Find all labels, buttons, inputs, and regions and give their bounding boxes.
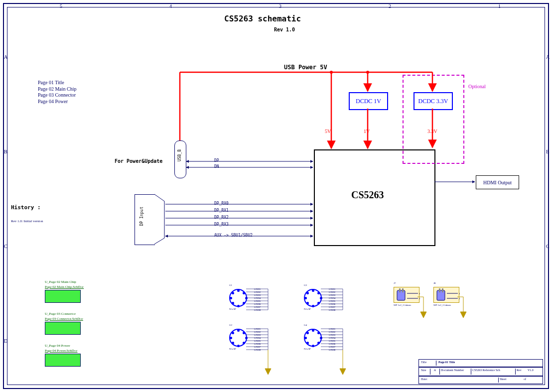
usb-power-label: USB Power 5V [284, 64, 327, 71]
hier-block [45, 290, 81, 303]
hdmi-output-block: HDMI Output [476, 175, 519, 189]
dcdc-1v-block: DCDC 1V [349, 92, 388, 110]
pin-names: GND1GND2GND3GND4GND5GND6GND7GND8 [329, 288, 335, 312]
hole-icon [229, 289, 247, 307]
page-list-item: Page 02 Main Chip [38, 86, 77, 93]
svg-text:1: 1 [419, 292, 420, 295]
ref: G1 [229, 284, 232, 287]
hole-icon [229, 329, 247, 347]
zone-col: 3 [279, 4, 281, 9]
svg-rect-57 [397, 290, 405, 300]
svg-text:2: 2 [419, 297, 420, 300]
zone-row: B [546, 149, 550, 154]
history-heading: History : [11, 204, 41, 211]
zone-row: D [4, 339, 7, 344]
zone-col: 5 [60, 4, 62, 9]
history-entry: Rev 1.0: Initial version [11, 219, 43, 224]
svg-rect-67 [437, 290, 445, 300]
pin-names: GND1GND2GND3GND4GND5GND6GND7GND8 [329, 328, 335, 352]
hier-ref: U_Page 02 Main Chip [45, 280, 76, 284]
usb-b-label: USB_B [177, 149, 182, 161]
jumper: 12 [433, 287, 459, 303]
value: NA/3P [229, 348, 236, 351]
hier-file: Page 03 Connector.SchDoc [45, 317, 83, 321]
jumper: 12 [394, 287, 419, 303]
jumper-fp: SIP 1x2_2.54mm [433, 304, 451, 307]
schematic-rev: Rev 1.0 [274, 27, 295, 32]
tb-title: Page 01 Title [436, 361, 541, 366]
chip-label: CS5263 [351, 189, 384, 201]
tb-title-label: Title [421, 361, 436, 366]
sig-dprx3: DP_RX3 [214, 222, 229, 227]
ref: G3 [304, 284, 307, 287]
jumper-icon: 12 [396, 288, 421, 303]
jumper-icon: 12 [436, 288, 461, 303]
svg-text:2: 2 [459, 297, 460, 300]
svg-text:1: 1 [459, 292, 460, 295]
page-list-item: Page 04 Power [38, 99, 77, 105]
zone-col: 2 [389, 4, 391, 9]
dp-input-connector [135, 194, 155, 245]
for-power-update: For Power&Update [115, 158, 162, 165]
tb-date-label: Date: [421, 378, 435, 383]
tb-of: of [524, 378, 531, 383]
tb-docnum: CS5263 Reference Sch [471, 369, 515, 375]
hole-icon [304, 329, 322, 347]
svg-rect-69 [442, 288, 443, 292]
svg-rect-58 [399, 288, 401, 292]
label-33v: 3.3V [427, 129, 437, 135]
sig-dn: DN [214, 164, 219, 169]
tb-rev: V1.0 [527, 369, 541, 375]
value: NA/3P [304, 348, 311, 351]
schematic-sheet: 5 4 3 2 1 A B C D A B C CS5263 schematic… [0, 0, 552, 392]
sig-dprx2: DP_RX2 [214, 215, 229, 220]
ref: G2 [229, 324, 232, 327]
hier-block [45, 322, 81, 335]
page-list-item: Page 01 Title [38, 80, 77, 86]
hier-file: Page 04 Power.SchDoc [45, 349, 78, 353]
value: NA/3P [304, 308, 311, 311]
sig-dprx0: DP_RX0 [214, 201, 229, 206]
sig-dprx1: DP_RX1 [214, 208, 229, 213]
zone-row: A [4, 55, 7, 60]
jumper-fp: SIP 1x2_2.54mm [394, 304, 411, 307]
zone-row: C [4, 244, 7, 249]
label-1v: 1V [364, 129, 370, 135]
ref: G4 [304, 324, 307, 327]
hier-ref: U_Page 04 Power [45, 344, 70, 348]
sig-aux: AUX -> SBU1/SBU2 [214, 233, 253, 238]
dp-input-label: DP Input [139, 207, 144, 226]
page-list: Page 01 Title Page 02 Main Chip Page 03 … [38, 80, 77, 105]
page-list-item: Page 03 Connector [38, 92, 77, 99]
jumper-ref: J8 [433, 282, 435, 285]
svg-rect-68 [439, 288, 440, 292]
zone-col: 4 [169, 4, 172, 9]
optional-group [403, 75, 464, 164]
tb-docnum-label: Document Number [440, 369, 471, 375]
zone-row: A [546, 55, 550, 60]
hier-block [45, 354, 81, 367]
hole-icon [304, 289, 322, 307]
svg-rect-59 [402, 288, 404, 292]
jumper-ref: J7 [394, 282, 396, 285]
sig-dp: DP [214, 158, 219, 163]
tb-rev-label: Rev [515, 369, 527, 375]
hier-file: Page 02 Main Chip.SchDoc [45, 285, 84, 289]
tb-size: A [430, 369, 440, 375]
tb-size-label: Size [421, 369, 430, 375]
schematic-title: CS5263 schematic [224, 14, 301, 23]
zone-row: B [4, 149, 7, 154]
label-5v: 5V [325, 129, 331, 135]
zone-row: C [546, 244, 550, 249]
title-block: Title Page 01 Title Size A Document Numb… [418, 359, 543, 384]
pin-names: GND1GND2GND3GND4GND5GND6GND7GND8 [254, 328, 261, 352]
tb-sheet-label: Sheet [498, 378, 514, 383]
optional-label: Optional [468, 84, 486, 90]
hier-ref: U_Page 03 Connector [45, 312, 76, 316]
value: NA/3P [229, 308, 236, 311]
pin-names: GND1GND2 GND3GND4 GND5GND6 GND7GND8 [254, 288, 261, 312]
zone-col: 1 [498, 4, 501, 9]
